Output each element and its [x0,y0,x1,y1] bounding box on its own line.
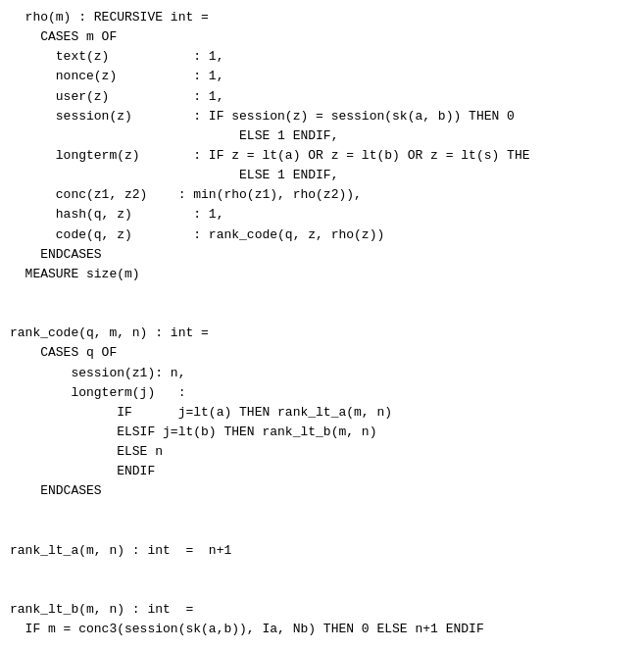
code-display: rho(m) : RECURSIVE int = CASES m OF text… [10,8,634,640]
